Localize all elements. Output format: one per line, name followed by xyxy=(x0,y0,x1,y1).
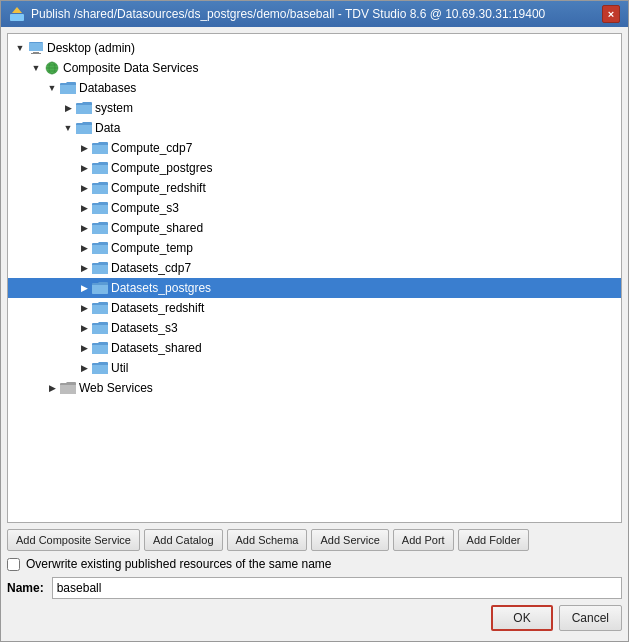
svg-marker-1 xyxy=(12,7,22,13)
action-buttons-row: Add Composite Service Add Catalog Add Sc… xyxy=(7,529,622,551)
cancel-button[interactable]: Cancel xyxy=(559,605,622,631)
overwrite-checkbox[interactable] xyxy=(7,558,20,571)
folder-blue-icon xyxy=(92,240,108,256)
tree-item-desktop[interactable]: ▼Desktop (admin) xyxy=(8,38,621,58)
folder-blue-icon xyxy=(92,260,108,276)
folder-blue-icon xyxy=(92,280,108,296)
tree-item-datasets-cdp7[interactable]: ▶Datasets_cdp7 xyxy=(8,258,621,278)
ok-cancel-row: OK Cancel xyxy=(7,605,622,635)
tree-label-datasets-redshift: Datasets_redshift xyxy=(111,301,204,315)
globe-icon xyxy=(44,60,60,76)
folder-blue-icon xyxy=(92,300,108,316)
tree-label-compute-s3: Compute_s3 xyxy=(111,201,179,215)
expander-compute-cdp7: ▶ xyxy=(76,140,92,156)
add-schema-button[interactable]: Add Schema xyxy=(227,529,308,551)
add-port-button[interactable]: Add Port xyxy=(393,529,454,551)
tree-item-web-services[interactable]: ▶Web Services xyxy=(8,378,621,398)
publish-icon xyxy=(9,6,25,22)
window-title: Publish /shared/Datasources/ds_postgres/… xyxy=(31,7,545,21)
tree-item-compute-shared[interactable]: ▶Compute_shared xyxy=(8,218,621,238)
tree-item-data[interactable]: ▼Data xyxy=(8,118,621,138)
expander-web-services: ▶ xyxy=(44,380,60,396)
tree-label-datasets-cdp7: Datasets_cdp7 xyxy=(111,261,191,275)
tree-label-composite-data-services: Composite Data Services xyxy=(63,61,198,75)
dialog-content: ▼Desktop (admin)▼Composite Data Services… xyxy=(1,27,628,641)
tree-label-databases: Databases xyxy=(79,81,136,95)
tree-item-compute-cdp7[interactable]: ▶Compute_cdp7 xyxy=(8,138,621,158)
tree-item-datasets-s3[interactable]: ▶Datasets_s3 xyxy=(8,318,621,338)
expander-compute-postgres: ▶ xyxy=(76,160,92,176)
tree-item-datasets-redshift[interactable]: ▶Datasets_redshift xyxy=(8,298,621,318)
tree-item-system[interactable]: ▶system xyxy=(8,98,621,118)
folder-blue-icon xyxy=(60,80,76,96)
tree-label-compute-cdp7: Compute_cdp7 xyxy=(111,141,192,155)
titlebar-left: Publish /shared/Datasources/ds_postgres/… xyxy=(9,6,545,22)
titlebar: Publish /shared/Datasources/ds_postgres/… xyxy=(1,1,628,27)
folder-blue-icon xyxy=(76,120,92,136)
expander-compute-shared: ▶ xyxy=(76,220,92,236)
folder-blue-icon xyxy=(92,180,108,196)
tree-panel[interactable]: ▼Desktop (admin)▼Composite Data Services… xyxy=(7,33,622,523)
expander-datasets-postgres: ▶ xyxy=(76,280,92,296)
tree-item-compute-s3[interactable]: ▶Compute_s3 xyxy=(8,198,621,218)
tree-item-databases[interactable]: ▼Databases xyxy=(8,78,621,98)
tree-label-data: Data xyxy=(95,121,120,135)
close-button[interactable]: × xyxy=(602,5,620,23)
tree-label-datasets-shared: Datasets_shared xyxy=(111,341,202,355)
folder-blue-icon xyxy=(92,140,108,156)
tree-label-desktop: Desktop (admin) xyxy=(47,41,135,55)
folder-blue-icon xyxy=(92,360,108,376)
publish-dialog: Publish /shared/Datasources/ds_postgres/… xyxy=(0,0,629,642)
expander-compute-s3: ▶ xyxy=(76,200,92,216)
expander-data: ▼ xyxy=(60,120,76,136)
name-field-row: Name: xyxy=(7,577,622,599)
overwrite-checkbox-label: Overwrite existing published resources o… xyxy=(26,557,331,571)
tree-item-datasets-postgres[interactable]: ▶Datasets_postgres xyxy=(8,278,621,298)
computer-icon xyxy=(28,40,44,56)
expander-datasets-redshift: ▶ xyxy=(76,300,92,316)
tree-label-compute-postgres: Compute_postgres xyxy=(111,161,212,175)
add-folder-button[interactable]: Add Folder xyxy=(458,529,530,551)
expander-datasets-cdp7: ▶ xyxy=(76,260,92,276)
folder-blue-icon xyxy=(92,220,108,236)
expander-compute-redshift: ▶ xyxy=(76,180,92,196)
tree-item-datasets-shared[interactable]: ▶Datasets_shared xyxy=(8,338,621,358)
folder-blue-icon xyxy=(92,320,108,336)
name-label: Name: xyxy=(7,581,44,595)
svg-rect-5 xyxy=(31,53,41,54)
tree-label-system: system xyxy=(95,101,133,115)
overwrite-checkbox-row: Overwrite existing published resources o… xyxy=(7,557,622,571)
ok-button[interactable]: OK xyxy=(491,605,552,631)
tree-label-util: Util xyxy=(111,361,128,375)
expander-util: ▶ xyxy=(76,360,92,376)
tree-item-compute-temp[interactable]: ▶Compute_temp xyxy=(8,238,621,258)
folder-blue-icon xyxy=(92,200,108,216)
svg-rect-3 xyxy=(29,43,43,51)
tree-item-compute-postgres[interactable]: ▶Compute_postgres xyxy=(8,158,621,178)
tree-label-datasets-postgres: Datasets_postgres xyxy=(111,281,211,295)
tree-item-composite-data-services[interactable]: ▼Composite Data Services xyxy=(8,58,621,78)
expander-desktop: ▼ xyxy=(12,40,28,56)
tree-label-datasets-s3: Datasets_s3 xyxy=(111,321,178,335)
tree-item-util[interactable]: ▶Util xyxy=(8,358,621,378)
expander-datasets-shared: ▶ xyxy=(76,340,92,356)
expander-system: ▶ xyxy=(60,100,76,116)
add-service-button[interactable]: Add Service xyxy=(311,529,388,551)
add-composite-service-button[interactable]: Add Composite Service xyxy=(7,529,140,551)
folder-blue-icon xyxy=(92,340,108,356)
tree-label-compute-shared: Compute_shared xyxy=(111,221,203,235)
tree-item-compute-redshift[interactable]: ▶Compute_redshift xyxy=(8,178,621,198)
expander-composite-data-services: ▼ xyxy=(28,60,44,76)
add-catalog-button[interactable]: Add Catalog xyxy=(144,529,223,551)
folder-blue-icon xyxy=(92,160,108,176)
expander-compute-temp: ▶ xyxy=(76,240,92,256)
folder-blue-icon xyxy=(76,100,92,116)
expander-datasets-s3: ▶ xyxy=(76,320,92,336)
expander-databases: ▼ xyxy=(44,80,60,96)
tree-label-compute-redshift: Compute_redshift xyxy=(111,181,206,195)
tree-label-web-services: Web Services xyxy=(79,381,153,395)
tree-label-compute-temp: Compute_temp xyxy=(111,241,193,255)
svg-rect-0 xyxy=(10,14,24,21)
name-input[interactable] xyxy=(52,577,622,599)
folder-gray-icon xyxy=(60,380,76,396)
